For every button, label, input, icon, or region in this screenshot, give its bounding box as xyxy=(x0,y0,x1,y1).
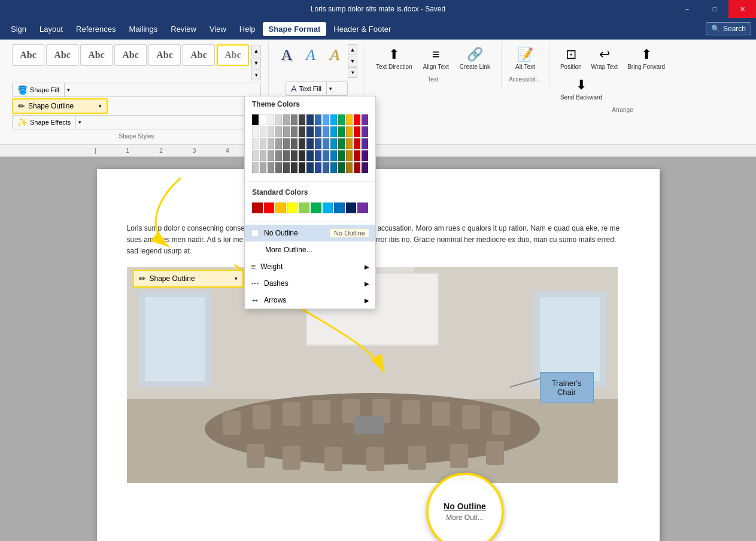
tc-r2-2[interactable] xyxy=(260,126,266,137)
shape-scroll-up[interactable]: ▲ xyxy=(251,46,261,56)
shape-fill-arrow[interactable]: ▾ xyxy=(65,85,72,95)
tc-r3-13[interactable] xyxy=(346,138,353,149)
tc-r4-13[interactable] xyxy=(346,150,353,161)
dashes-option[interactable]: ⋯ Dashes ▶ xyxy=(245,275,375,292)
shape-effects-btn[interactable]: ✨ Shape Effects ▾ xyxy=(12,115,261,129)
tc-r2-5[interactable] xyxy=(283,126,290,137)
color-red[interactable] xyxy=(354,114,360,125)
search-box[interactable]: 🔍 Search xyxy=(706,22,751,35)
tc-r5-2[interactable] xyxy=(260,162,266,173)
tc-r3-14[interactable] xyxy=(354,138,360,149)
color-lt-gray1[interactable] xyxy=(268,114,274,125)
wrap-text-btn[interactable]: ↩ Wrap Text xyxy=(588,44,622,72)
tc-r5-9[interactable] xyxy=(315,162,321,173)
arrows-option[interactable]: ↔ Arrows ▶ xyxy=(245,292,375,309)
tc-r2-9[interactable] xyxy=(315,126,321,137)
tc-r5-10[interactable] xyxy=(323,162,329,173)
tc-r2-13[interactable] xyxy=(346,126,353,137)
wordart-A3[interactable]: A xyxy=(324,44,345,66)
color-dk-gray[interactable] xyxy=(299,114,305,125)
tc-r2-11[interactable] xyxy=(330,126,337,137)
tc-r5-3[interactable] xyxy=(268,162,274,173)
shape-outline-indicator[interactable]: ✏ Shape Outline ▾ xyxy=(133,270,244,288)
tc-r3-1[interactable] xyxy=(252,138,259,149)
tc-r5-7[interactable] xyxy=(299,162,305,173)
sc-3[interactable] xyxy=(275,203,286,213)
sc-8[interactable] xyxy=(334,203,345,213)
tc-r5-15[interactable] xyxy=(362,162,368,173)
tc-r5-12[interactable] xyxy=(338,162,345,173)
tc-r5-13[interactable] xyxy=(346,162,353,173)
sc-1[interactable] xyxy=(252,203,263,213)
tc-r3-11[interactable] xyxy=(330,138,337,149)
more-outline-option[interactable]: More Outline... xyxy=(245,241,375,258)
sc-10[interactable] xyxy=(357,203,368,213)
menu-references[interactable]: References xyxy=(70,22,122,36)
tc-r3-2[interactable] xyxy=(260,138,266,149)
tc-r2-12[interactable] xyxy=(338,126,345,137)
menu-review[interactable]: Review xyxy=(165,22,202,36)
tc-r5-14[interactable] xyxy=(354,162,360,173)
menu-shape-format[interactable]: Shape Format xyxy=(263,22,327,36)
sc-2[interactable] xyxy=(264,203,275,213)
menu-sign[interactable]: Sign xyxy=(5,22,32,36)
tc-r3-3[interactable] xyxy=(268,138,274,149)
shape-style-1[interactable]: Abc xyxy=(12,44,44,66)
tc-r3-5[interactable] xyxy=(283,138,290,149)
tc-r4-6[interactable] xyxy=(291,150,297,161)
tc-r3-7[interactable] xyxy=(299,138,305,149)
tc-r2-4[interactable] xyxy=(275,126,282,137)
tc-r3-15[interactable] xyxy=(362,138,368,149)
color-blue[interactable] xyxy=(315,114,321,125)
tc-r4-9[interactable] xyxy=(315,150,321,161)
create-link-btn[interactable]: 🔗 Create Link xyxy=(456,44,494,72)
wordart-A1[interactable]: A xyxy=(276,44,297,66)
tc-r3-6[interactable] xyxy=(291,138,297,149)
shape-scroll-expand[interactable]: ▾ xyxy=(251,69,261,80)
tc-r4-14[interactable] xyxy=(354,150,360,161)
color-black[interactable] xyxy=(252,114,259,125)
weight-option[interactable]: ≡ Weight ▶ xyxy=(245,258,375,275)
wordart-A2[interactable]: A xyxy=(300,44,321,66)
tc-r4-12[interactable] xyxy=(338,150,345,161)
text-direction-btn[interactable]: ⬆ Text Direction xyxy=(372,44,416,72)
wordart-scroll-up[interactable]: ▲ xyxy=(348,44,357,55)
align-text-btn[interactable]: ≡ Align Text xyxy=(420,44,453,72)
shape-style-6[interactable]: Abc xyxy=(183,44,215,66)
sc-9[interactable] xyxy=(346,203,357,213)
menu-header-footer[interactable]: Header & Footer xyxy=(327,22,397,36)
tc-r3-4[interactable] xyxy=(275,138,282,149)
tc-r5-11[interactable] xyxy=(330,162,337,173)
tc-r5-1[interactable] xyxy=(252,162,259,173)
shape-style-3[interactable]: Abc xyxy=(80,44,113,66)
color-sky-blue[interactable] xyxy=(330,114,337,125)
menu-mailings[interactable]: Mailings xyxy=(123,22,164,36)
shape-fill-btn[interactable]: 🪣 Shape Fill ▾ xyxy=(12,83,261,97)
sc-6[interactable] xyxy=(311,203,321,213)
tc-r3-12[interactable] xyxy=(338,138,345,149)
tc-r5-4[interactable] xyxy=(275,162,282,173)
tc-r2-15[interactable] xyxy=(362,126,368,137)
tc-r4-3[interactable] xyxy=(268,150,274,161)
wordart-scroll-down[interactable]: ▼ xyxy=(348,56,357,67)
shape-outline-indicator-arrow[interactable]: ▾ xyxy=(235,276,238,282)
shape-outline-btn[interactable]: ✏ Shape Outline ▾ xyxy=(12,98,108,114)
tc-r5-8[interactable] xyxy=(306,162,313,173)
tc-r4-11[interactable] xyxy=(330,150,337,161)
tc-r3-9[interactable] xyxy=(315,138,321,149)
close-btn[interactable]: ✕ xyxy=(728,0,756,18)
color-lt-gray2[interactable] xyxy=(275,114,282,125)
menu-view[interactable]: View xyxy=(204,22,232,36)
tc-r5-6[interactable] xyxy=(291,162,297,173)
position-btn[interactable]: ⊡ Position xyxy=(557,44,585,72)
color-lt-blue[interactable] xyxy=(323,114,329,125)
bring-forward-btn[interactable]: ⬆ Bring Forward xyxy=(624,44,669,72)
sc-5[interactable] xyxy=(299,203,309,213)
tc-r3-10[interactable] xyxy=(323,138,329,149)
tc-r2-6[interactable] xyxy=(291,126,297,137)
color-green[interactable] xyxy=(338,114,345,125)
maximize-btn[interactable]: □ xyxy=(701,0,728,18)
text-fill-btn[interactable]: A Text Fill ▾ xyxy=(286,81,347,96)
shape-style-4[interactable]: Abc xyxy=(114,44,147,66)
sc-7[interactable] xyxy=(323,203,333,213)
